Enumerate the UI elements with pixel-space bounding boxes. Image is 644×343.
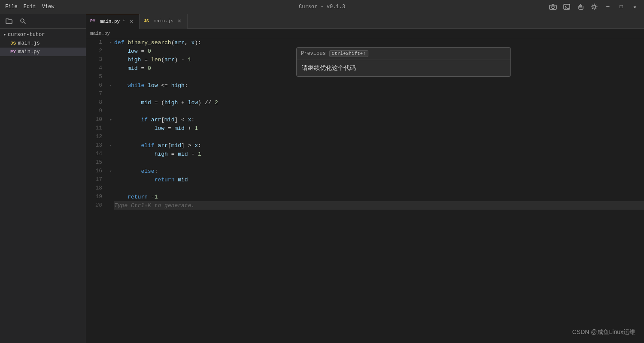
tab-mainjs-close[interactable]: ✕ [176,18,183,24]
hand-icon[interactable] [576,3,585,11]
titlebar-left: File Edit View [5,4,54,10]
ln-3: 3 [86,55,107,64]
folder-cursor-tutor[interactable]: ▾ cursor-tutor [0,30,86,39]
code-line-7 [114,90,644,98]
watermark: CSDN @咸鱼Linux运维 [572,328,635,336]
code-line-13: elif arr[mid] > x: [114,141,644,150]
code-line-16: else: [114,167,644,175]
file-mainjs[interactable]: JS main.js [0,39,86,48]
menu-view[interactable]: View [42,4,55,10]
titlebar: File Edit View Cursor - v0.1.3 [0,0,644,14]
code-text[interactable]: def binary_search(arr, x): low = 0 high … [114,38,644,343]
code-editor[interactable]: 1 2 3 4 5 6 7 8 9 10 11 12 13 14 15 16 1… [86,38,644,343]
ln-5: 5 [86,72,107,81]
gear-icon[interactable] [590,3,598,11]
ai-popup[interactable]: Previous Ctrl+Shift+↑ 请继续优化这个代码 [296,47,511,77]
tab-py-icon: PY [90,19,95,24]
code-line-10: if arr[mid] < x: [114,115,644,124]
ai-popup-header: Previous Ctrl+Shift+↑ [297,48,510,60]
ln-18: 18 [86,184,107,193]
ln-17: 17 [86,175,107,184]
tab-js-icon: JS [144,19,149,24]
code-line-19: return -1 [114,193,644,201]
titlebar-menu: File Edit View [5,4,54,10]
folder-icon[interactable] [4,16,14,26]
tab-mainpy-close[interactable]: ✕ [128,18,135,25]
tab-mainjs[interactable]: JS main.js ✕ [140,14,188,29]
code-line-14: high = mid - 1 [114,150,644,158]
svg-line-5 [24,22,26,24]
maximize-button[interactable]: □ [617,3,626,11]
ln-7: 7 [86,90,107,98]
file-mainpy[interactable]: PY main.py [0,48,86,56]
terminal-icon[interactable] [562,3,571,11]
ai-popup-body[interactable]: 请继续优化这个代码 [297,60,510,76]
sidebar-toolbar [0,14,86,29]
tab-mainpy-label: main.py [100,19,120,24]
code-line-20: Type Ctrl+K to generate. [114,201,644,210]
ai-prompt-text: 请继续优化这个代码 [302,64,356,71]
ln-6: 6 [86,81,107,90]
tabs-bar: PY main.py * ✕ JS main.js ✕ [86,14,644,29]
search-icon[interactable] [18,16,27,26]
ai-shortcut-badge: Ctrl+Shift+↑ [329,50,368,57]
code-line-1: def binary_search(arr, x): [114,38,644,47]
js-file-icon: JS [10,41,16,46]
code-line-6: while low <= high: [114,81,644,90]
ln-14: 14 [86,150,107,158]
code-line-8: mid = (high + low) // 2 [114,98,644,107]
ln-12: 12 [86,132,107,141]
ln-15: 15 [86,158,107,167]
svg-point-1 [552,6,554,9]
titlebar-right: — □ ✕ [549,3,639,11]
editor-area: PY main.py * ✕ JS main.js ✕ main.py 1 2 … [86,14,644,343]
camera-icon[interactable] [549,3,557,11]
ln-11: 11 [86,124,107,132]
code-line-17: return mid [114,175,644,184]
code-line-11: low = mid + 1 [114,124,644,132]
app-body: ▾ cursor-tutor JS main.js PY main.py PY … [0,14,644,343]
ln-16: 16 [86,167,107,175]
ln-10: 10 [86,115,107,124]
menu-file[interactable]: File [5,4,18,10]
code-line-9 [114,107,644,115]
fold-arrows: ▾ ▾ ▾ ▾ ▾ [107,38,114,343]
sidebar: ▾ cursor-tutor JS main.js PY main.py [0,14,86,343]
breadcrumb-text: main.py [90,31,110,36]
ln-1: 1 [86,38,107,47]
svg-point-4 [21,19,24,22]
code-line-15 [114,158,644,167]
fold-13[interactable]: ▾ [107,141,114,150]
file-mainjs-label: main.js [18,40,39,46]
ln-13: 13 [86,141,107,150]
py-file-icon: PY [10,49,16,54]
ln-4: 4 [86,64,107,72]
titlebar-title: Cursor - v0.1.3 [299,4,345,10]
svg-point-3 [593,6,595,8]
ai-previous-label[interactable]: Previous [301,51,326,57]
fold-16[interactable]: ▾ [107,167,114,175]
breadcrumb: main.py [86,29,644,38]
fold-6[interactable]: ▾ [107,81,114,90]
generate-hint: Type Ctrl+K to generate. [114,202,194,209]
minimize-button[interactable]: — [604,3,612,11]
fold-10[interactable]: ▾ [107,115,114,124]
tab-mainpy[interactable]: PY main.py * ✕ [86,14,140,29]
ln-19: 19 [86,193,107,201]
file-tree: ▾ cursor-tutor JS main.js PY main.py [0,29,86,343]
file-mainpy-label: main.py [18,49,39,55]
code-line-18 [114,184,644,193]
tab-mainjs-label: main.js [154,18,173,24]
chevron-down-icon: ▾ [3,32,6,37]
ln-9: 9 [86,107,107,115]
line-numbers: 1 2 3 4 5 6 7 8 9 10 11 12 13 14 15 16 1… [86,38,107,343]
code-line-12 [114,132,644,141]
close-button[interactable]: ✕ [631,3,639,11]
folder-name: cursor-tutor [8,32,45,38]
ln-8: 8 [86,98,107,107]
menu-edit[interactable]: Edit [24,4,36,10]
ln-2: 2 [86,47,107,55]
ln-20: 20 [86,201,107,210]
fold-1[interactable]: ▾ [107,38,114,47]
